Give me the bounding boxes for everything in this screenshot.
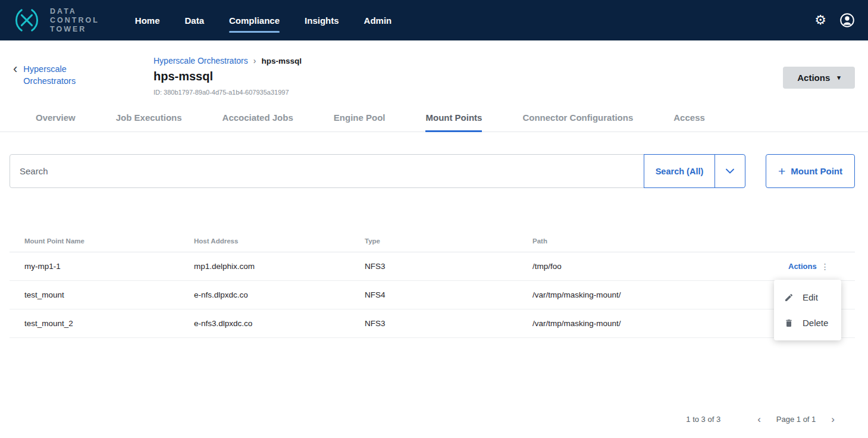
nav-item-home[interactable]: Home <box>135 12 160 29</box>
add-mount-point-label: Mount Point <box>791 166 842 176</box>
cell-mount-point-name: test_mount <box>24 290 194 299</box>
tab-job-executions[interactable]: Job Executions <box>116 107 182 132</box>
back-chevron-icon: ‹ <box>13 63 17 96</box>
search-toolbar: Search (All) + Mount Point <box>10 154 855 188</box>
cell-type: NFS3 <box>365 319 532 328</box>
header-actions-button[interactable]: Actions ▾ <box>783 67 855 89</box>
app-logo[interactable]: DATA CONTROL TOWER <box>13 7 99 34</box>
cell-host-address: e-nfs.dlpxdc.co <box>194 290 365 299</box>
tab-overview[interactable]: Overview <box>36 107 76 132</box>
brand-text: DATA CONTROL TOWER <box>50 7 99 34</box>
cell-path: /var/tmp/masking-mount/ <box>532 290 788 299</box>
breadcrumb: Hyperscale Orchestrators › hps-mssql <box>153 56 783 65</box>
nav-item-admin[interactable]: Admin <box>364 12 392 29</box>
user-avatar-icon[interactable] <box>839 12 855 28</box>
table-row[interactable]: test_mount e-nfs.dlpxdc.co NFS4 /var/tmp… <box>10 281 855 309</box>
table-row[interactable]: test_mount_2 e-nfs3.dlpxdc.co NFS3 /var/… <box>10 309 855 338</box>
settings-gear-icon[interactable]: ⚙ <box>814 14 826 27</box>
mount-points-table: Mount Point Name Host Address Type Path … <box>10 230 855 338</box>
navbar-right: ⚙ <box>814 12 855 28</box>
cell-host-address: mp1.delphix.com <box>194 262 365 271</box>
breadcrumb-current: hps-mssql <box>261 57 302 65</box>
page-header-main: Hyperscale Orchestrators › hps-mssql hps… <box>153 56 783 96</box>
dct-logo-icon <box>13 7 40 34</box>
pagination-bar: 1 to 3 of 3 ‹ Page 1 of 1 › <box>0 414 868 424</box>
search-all-button[interactable]: Search (All) <box>644 154 715 188</box>
cell-type: NFS3 <box>365 262 532 271</box>
tab-connector-configurations[interactable]: Connector Configurations <box>522 107 633 132</box>
pencil-icon <box>784 293 794 302</box>
cell-mount-point-name: my-mp1-1 <box>24 262 194 271</box>
next-page-icon[interactable]: › <box>829 414 837 424</box>
orchestrator-id: ID: 380b1797-89a0-4d75-a1b4-607935a31997 <box>153 89 783 96</box>
cell-mount-point-name: test_mount_2 <box>24 319 194 328</box>
col-header-host-address: Host Address <box>194 237 365 245</box>
back-link-label: Hyperscale Orchestrators <box>23 63 118 96</box>
menu-item-edit[interactable]: Edit <box>774 284 841 310</box>
chevron-down-icon <box>726 168 734 174</box>
menu-item-delete[interactable]: Delete <box>774 310 841 336</box>
search-input[interactable] <box>10 154 644 188</box>
menu-item-edit-label: Edit <box>803 292 818 302</box>
nav-item-data[interactable]: Data <box>185 12 205 29</box>
pagination-page: Page 1 of 1 <box>776 415 816 424</box>
col-header-type: Type <box>365 237 532 245</box>
tab-accociated-jobs[interactable]: Accociated Jobs <box>223 107 293 132</box>
pagination-range: 1 to 3 of 3 <box>686 415 720 424</box>
row-actions-menu: Edit Delete <box>774 280 841 340</box>
top-navbar: DATA CONTROL TOWER Home Data Compliance … <box>0 0 868 40</box>
col-header-path: Path <box>532 237 788 245</box>
tab-engine-pool[interactable]: Engine Pool <box>334 107 386 132</box>
col-header-mount-point-name: Mount Point Name <box>24 237 194 245</box>
breadcrumb-parent-link[interactable]: Hyperscale Orchestrators <box>153 56 248 65</box>
back-link[interactable]: ‹ Hyperscale Orchestrators <box>13 56 153 96</box>
search-scope-dropdown-button[interactable] <box>715 154 745 188</box>
table-header-row: Mount Point Name Host Address Type Path <box>10 230 855 252</box>
plus-icon: + <box>778 165 785 177</box>
tab-mount-points[interactable]: Mount Points <box>425 107 482 132</box>
row-actions-button[interactable]: Actions ⋮ <box>788 262 855 271</box>
table-row[interactable]: my-mp1-1 mp1.delphix.com NFS3 /tmp/foo A… <box>10 252 855 281</box>
cell-path: /tmp/foo <box>532 262 788 271</box>
cell-host-address: e-nfs3.dlpxdc.co <box>194 319 365 328</box>
primary-nav: Home Data Compliance Insights Admin <box>135 12 391 29</box>
nav-item-compliance[interactable]: Compliance <box>229 12 280 29</box>
breadcrumb-separator-icon: › <box>253 56 256 65</box>
cell-type: NFS4 <box>365 290 532 299</box>
kebab-menu-icon[interactable]: ⋮ <box>821 262 829 271</box>
add-mount-point-button[interactable]: + Mount Point <box>766 154 855 188</box>
trash-icon <box>784 318 794 328</box>
header-actions-label: Actions <box>797 73 830 83</box>
menu-item-delete-label: Delete <box>803 318 828 328</box>
cell-path: /var/tmp/masking-mount/ <box>532 319 788 328</box>
prev-page-icon[interactable]: ‹ <box>755 414 763 424</box>
caret-down-icon: ▾ <box>837 74 841 82</box>
page-header: ‹ Hyperscale Orchestrators Hyperscale Or… <box>0 40 868 96</box>
row-actions-label: Actions <box>788 262 817 271</box>
page-title: hps-mssql <box>153 70 783 83</box>
tab-access[interactable]: Access <box>673 107 705 132</box>
nav-item-insights[interactable]: Insights <box>305 12 339 29</box>
detail-tabs: Overview Job Executions Accociated Jobs … <box>0 107 868 132</box>
